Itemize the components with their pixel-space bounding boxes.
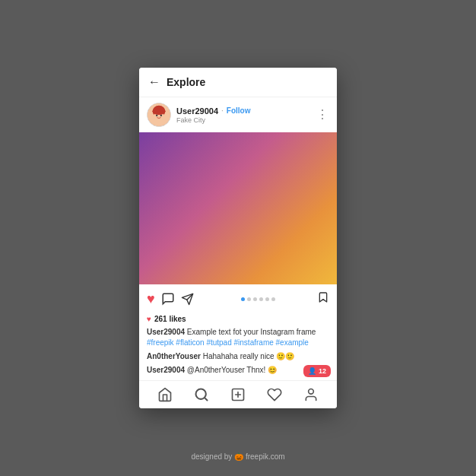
follow-button[interactable]: Follow: [227, 106, 251, 115]
svg-point-4: [156, 115, 157, 116]
watermark: designed by 🎃 freepik.com: [191, 452, 284, 461]
like-button[interactable]: ♥: [147, 291, 155, 307]
svg-point-5: [160, 115, 162, 116]
notification-count: 12: [319, 367, 326, 375]
comment-button[interactable]: [161, 292, 175, 306]
post-location: Fake City: [176, 116, 316, 124]
likes-heart-icon: ♥: [147, 315, 151, 323]
avatar[interactable]: [147, 103, 171, 127]
comment-1-text: Hahahaha really nice 🙂🙂: [201, 352, 295, 360]
comment-2-username[interactable]: User29004: [147, 366, 185, 374]
notification-icon: 👤: [308, 367, 316, 375]
user-info: User29004 · Follow Fake City: [176, 106, 316, 124]
svg-point-13: [309, 389, 314, 395]
nav-home-button[interactable]: [157, 387, 173, 402]
caption-row: User29004 Example text fot your Instagra…: [139, 325, 337, 350]
comment-2: User29004 @An0therYouser Thnx! 😊: [139, 363, 303, 377]
bottom-nav: [139, 380, 337, 408]
dot-5: [265, 297, 269, 301]
svg-point-3: [153, 108, 166, 115]
phone-frame: ← Explore: [139, 68, 337, 408]
post-username[interactable]: User29004: [176, 106, 218, 116]
page-title: Explore: [167, 76, 205, 88]
post-header: User29004 · Follow Fake City ⋮: [139, 97, 337, 132]
bookmark-button[interactable]: [317, 290, 329, 307]
dot-separator: ·: [221, 106, 224, 115]
nav-heart-button[interactable]: [267, 387, 282, 402]
explore-header: ← Explore: [139, 68, 337, 97]
dot-2: [247, 297, 251, 301]
nav-profile-button[interactable]: [303, 387, 319, 402]
comment-2-text: @An0therYouser Thnx! 😊: [185, 366, 277, 374]
svg-line-9: [205, 398, 208, 401]
nav-add-button[interactable]: [230, 387, 246, 402]
comment-1-username[interactable]: An0therYouser: [147, 352, 201, 360]
likes-count: 261 likes: [154, 315, 186, 323]
dot-6: [271, 297, 275, 301]
notification-badge[interactable]: 👤 12: [303, 365, 331, 377]
actions-row: ♥: [139, 284, 337, 313]
more-options-button[interactable]: ⋮: [316, 109, 329, 121]
likes-row: ♥ 261 likes: [139, 313, 337, 325]
post-image[interactable]: [139, 132, 337, 284]
carousel-dots: [200, 297, 317, 301]
dot-1: [241, 297, 245, 301]
caption-username[interactable]: User29004: [147, 328, 185, 336]
dot-3: [253, 297, 257, 301]
dot-4: [259, 297, 263, 301]
back-icon[interactable]: ←: [148, 75, 160, 89]
caption-hashtags[interactable]: #freepik #flaticon #tutpad #instaframe #…: [147, 338, 309, 347]
comment-1: An0therYouser Hahahaha really nice 🙂🙂: [139, 350, 303, 363]
share-button[interactable]: [181, 293, 194, 306]
nav-search-button[interactable]: [194, 387, 209, 402]
caption-text: Example text fot your Instagram frame: [185, 328, 316, 336]
